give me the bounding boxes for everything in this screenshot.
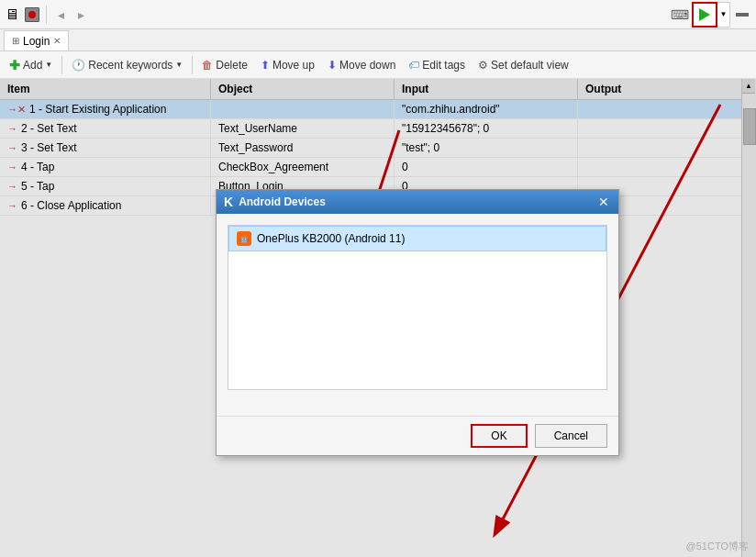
move-down-label: Move down	[339, 59, 395, 72]
move-up-icon: ⬆	[261, 59, 270, 72]
recent-keywords-label: Recent keywords	[88, 59, 172, 72]
run-button[interactable]	[692, 2, 717, 28]
clock-icon: 🕐	[72, 59, 85, 72]
edit-tags-icon: 🏷	[408, 59, 419, 72]
add-icon: ✚	[9, 58, 20, 72]
add-dropdown-icon: ▼	[45, 61, 52, 69]
top-toolbar: 🖥 ◂ ▸ ⌨ ▼	[0, 0, 756, 29]
separator	[46, 6, 47, 24]
delete-label: Delete	[216, 59, 248, 72]
toolbar-right: ⌨ ▼	[672, 2, 752, 28]
record-icon[interactable]	[24, 6, 40, 23]
dropdown-arrow-icon: ▼	[720, 10, 728, 18]
terminal-icon[interactable]: ⌨	[672, 6, 688, 23]
device-icon: 🤖	[237, 231, 251, 246]
action-toolbar: ✚ Add ▼ 🕐 Recent keywords ▼ 🗑 Delete ⬆ M…	[0, 51, 756, 79]
dialog-logo-icon: K	[224, 195, 233, 209]
dialog-close-button[interactable]: ✕	[596, 195, 611, 209]
move-down-button[interactable]: ⬇ Move down	[322, 53, 401, 77]
main-content: Item Object Input Output →✕ 1 - Start Ex…	[0, 79, 756, 557]
set-default-view-label: Set default view	[491, 59, 569, 72]
dialog-title: Android Devices	[239, 195, 326, 208]
dialog-footer: OK Cancel	[217, 416, 618, 455]
gear-icon: ⚙	[478, 59, 488, 72]
minimize-bar	[736, 13, 749, 17]
move-up-label: Move up	[272, 59, 315, 72]
dialog-titlebar: K Android Devices ✕	[217, 190, 618, 214]
recent-keywords-button[interactable]: 🕐 Recent keywords ▼	[66, 53, 188, 77]
device-name: OnePlus KB2000 (Android 11)	[257, 232, 405, 245]
edit-tags-button[interactable]: 🏷 Edit tags	[403, 53, 471, 77]
move-up-button[interactable]: ⬆ Move up	[255, 53, 320, 77]
login-tab[interactable]: ⊞ Login ✕	[4, 30, 69, 50]
move-down-icon: ⬇	[328, 59, 337, 72]
add-label: Add	[23, 59, 42, 72]
back-button[interactable]: ◂	[52, 6, 69, 23]
android-devices-dialog: K Android Devices ✕ 🤖 OnePlus KB2000 (An…	[216, 189, 619, 456]
device-list: 🤖 OnePlus KB2000 (Android 11)	[228, 225, 607, 390]
tab-grid-icon: ⊞	[12, 36, 19, 46]
modal-overlay: K Android Devices ✕ 🤖 OnePlus KB2000 (An…	[0, 79, 756, 557]
toolbar-left: 🖥 ◂ ▸	[4, 6, 89, 24]
recent-dropdown-icon: ▼	[175, 61, 183, 69]
run-dropdown-button[interactable]: ▼	[717, 2, 730, 28]
play-icon	[699, 8, 710, 21]
watermark: @51CTO博客	[686, 540, 749, 553]
forward-button[interactable]: ▸	[72, 6, 89, 23]
set-default-view-button[interactable]: ⚙ Set default view	[472, 53, 574, 77]
sep1	[61, 56, 62, 74]
ok-button[interactable]: OK	[471, 424, 527, 448]
delete-button[interactable]: 🗑 Delete	[196, 53, 253, 77]
monitor-icon[interactable]: 🖥	[4, 6, 20, 23]
tab-bar: ⊞ Login ✕	[0, 29, 756, 51]
sep2	[192, 56, 193, 74]
tab-label: Login	[23, 35, 50, 48]
dialog-body: 🤖 OnePlus KB2000 (Android 11)	[217, 214, 618, 416]
device-item[interactable]: 🤖 OnePlus KB2000 (Android 11)	[228, 226, 606, 251]
add-button[interactable]: ✚ Add ▼	[4, 53, 58, 77]
cancel-button[interactable]: Cancel	[535, 424, 607, 448]
delete-icon: 🗑	[202, 59, 213, 72]
edit-tags-label: Edit tags	[422, 59, 465, 72]
tab-close-button[interactable]: ✕	[53, 36, 61, 46]
